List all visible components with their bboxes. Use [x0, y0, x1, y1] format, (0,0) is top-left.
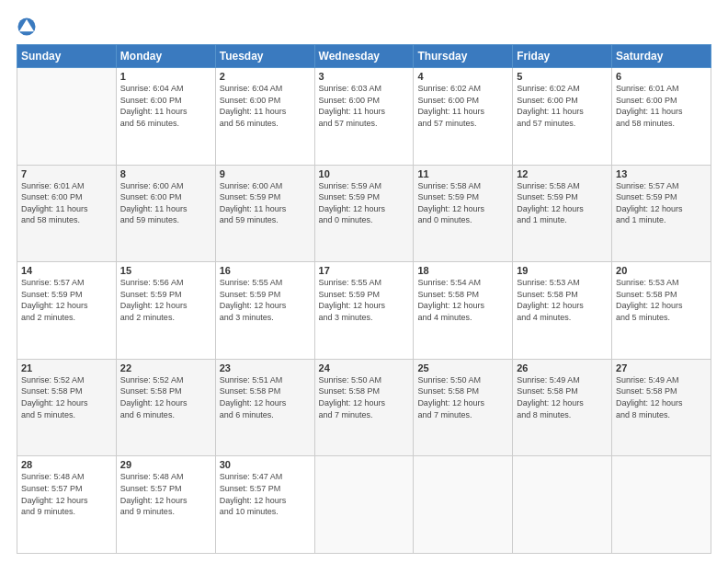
day-number: 23 [220, 362, 311, 373]
day-info: Sunrise: 5:55 AM Sunset: 5:59 PM Dayligh… [220, 277, 311, 323]
calendar-cell: 24Sunrise: 5:50 AM Sunset: 5:58 PM Dayli… [314, 359, 414, 456]
day-info: Sunrise: 5:53 AM Sunset: 5:58 PM Dayligh… [616, 277, 707, 323]
day-number: 24 [319, 362, 410, 373]
day-number: 20 [616, 265, 707, 276]
calendar-week-row: 7Sunrise: 6:01 AM Sunset: 6:00 PM Daylig… [17, 165, 711, 262]
calendar-cell: 29Sunrise: 5:48 AM Sunset: 5:57 PM Dayli… [116, 456, 215, 554]
calendar-weekday-friday: Friday [513, 45, 612, 68]
calendar-table: SundayMondayTuesdayWednesdayThursdayFrid… [17, 44, 711, 554]
calendar-cell: 18Sunrise: 5:54 AM Sunset: 5:58 PM Dayli… [414, 262, 513, 360]
calendar-cell: 20Sunrise: 5:53 AM Sunset: 5:58 PM Dayli… [612, 262, 711, 360]
day-number: 11 [417, 168, 508, 179]
day-number: 22 [120, 362, 211, 373]
day-info: Sunrise: 5:48 AM Sunset: 5:57 PM Dayligh… [120, 471, 211, 517]
calendar-cell: 21Sunrise: 5:52 AM Sunset: 5:58 PM Dayli… [17, 359, 117, 456]
calendar-cell: 13Sunrise: 5:57 AM Sunset: 5:59 PM Dayli… [612, 165, 711, 262]
calendar-cell: 11Sunrise: 5:58 AM Sunset: 5:59 PM Dayli… [414, 165, 513, 262]
day-number: 9 [220, 168, 311, 179]
day-number: 17 [319, 265, 410, 276]
calendar-week-row: 14Sunrise: 5:57 AM Sunset: 5:59 PM Dayli… [17, 262, 711, 360]
calendar-cell: 14Sunrise: 5:57 AM Sunset: 5:59 PM Dayli… [17, 262, 117, 360]
day-info: Sunrise: 5:58 AM Sunset: 5:59 PM Dayligh… [417, 180, 508, 226]
calendar-week-row: 21Sunrise: 5:52 AM Sunset: 5:58 PM Dayli… [17, 359, 711, 456]
day-number: 30 [220, 459, 311, 470]
day-info: Sunrise: 5:49 AM Sunset: 5:58 PM Dayligh… [517, 374, 608, 420]
logo-icon [17, 17, 37, 37]
calendar-week-row: 28Sunrise: 5:48 AM Sunset: 5:57 PM Dayli… [17, 456, 711, 554]
day-number: 12 [517, 168, 608, 179]
day-info: Sunrise: 6:00 AM Sunset: 6:00 PM Dayligh… [120, 180, 211, 226]
day-info: Sunrise: 6:01 AM Sunset: 6:00 PM Dayligh… [21, 180, 112, 226]
day-number: 1 [120, 71, 211, 82]
calendar-cell [513, 456, 612, 554]
calendar-cell: 28Sunrise: 5:48 AM Sunset: 5:57 PM Dayli… [17, 456, 117, 554]
day-number: 29 [120, 459, 211, 470]
day-number: 3 [319, 71, 410, 82]
day-info: Sunrise: 5:54 AM Sunset: 5:58 PM Dayligh… [417, 277, 508, 323]
day-info: Sunrise: 5:52 AM Sunset: 5:58 PM Dayligh… [120, 374, 211, 420]
day-number: 14 [21, 265, 112, 276]
day-info: Sunrise: 5:53 AM Sunset: 5:58 PM Dayligh… [517, 277, 608, 323]
day-info: Sunrise: 6:01 AM Sunset: 6:00 PM Dayligh… [616, 83, 707, 129]
day-number: 6 [616, 71, 707, 82]
day-number: 16 [220, 265, 311, 276]
day-number: 15 [120, 265, 211, 276]
day-number: 13 [616, 168, 707, 179]
calendar-weekday-thursday: Thursday [414, 45, 513, 68]
calendar-cell [612, 456, 711, 554]
day-number: 21 [21, 362, 112, 373]
calendar-cell: 9Sunrise: 6:00 AM Sunset: 5:59 PM Daylig… [215, 165, 314, 262]
day-number: 7 [21, 168, 112, 179]
day-number: 28 [21, 459, 112, 470]
day-number: 25 [417, 362, 508, 373]
calendar-week-row: 1Sunrise: 6:04 AM Sunset: 6:00 PM Daylig… [17, 68, 711, 166]
calendar-cell [414, 456, 513, 554]
calendar-cell: 17Sunrise: 5:55 AM Sunset: 5:59 PM Dayli… [314, 262, 414, 360]
day-info: Sunrise: 5:59 AM Sunset: 5:59 PM Dayligh… [319, 180, 410, 226]
day-info: Sunrise: 5:47 AM Sunset: 5:57 PM Dayligh… [220, 471, 311, 517]
calendar-cell: 6Sunrise: 6:01 AM Sunset: 6:00 PM Daylig… [612, 68, 711, 166]
day-info: Sunrise: 5:52 AM Sunset: 5:58 PM Dayligh… [21, 374, 112, 420]
calendar-cell: 5Sunrise: 6:02 AM Sunset: 6:00 PM Daylig… [513, 68, 612, 166]
calendar-cell: 26Sunrise: 5:49 AM Sunset: 5:58 PM Dayli… [513, 359, 612, 456]
calendar-weekday-wednesday: Wednesday [314, 45, 414, 68]
day-info: Sunrise: 5:57 AM Sunset: 5:59 PM Dayligh… [616, 180, 707, 226]
day-info: Sunrise: 5:55 AM Sunset: 5:59 PM Dayligh… [319, 277, 410, 323]
day-info: Sunrise: 6:04 AM Sunset: 6:00 PM Dayligh… [120, 83, 211, 129]
day-number: 19 [517, 265, 608, 276]
day-number: 4 [417, 71, 508, 82]
calendar-cell: 23Sunrise: 5:51 AM Sunset: 5:58 PM Dayli… [215, 359, 314, 456]
calendar-cell: 2Sunrise: 6:04 AM Sunset: 6:00 PM Daylig… [215, 68, 314, 166]
calendar-cell: 19Sunrise: 5:53 AM Sunset: 5:58 PM Dayli… [513, 262, 612, 360]
calendar-cell: 27Sunrise: 5:49 AM Sunset: 5:58 PM Dayli… [612, 359, 711, 456]
day-info: Sunrise: 5:48 AM Sunset: 5:57 PM Dayligh… [21, 471, 112, 517]
page: SundayMondayTuesdayWednesdayThursdayFrid… [0, 0, 728, 563]
calendar-cell: 1Sunrise: 6:04 AM Sunset: 6:00 PM Daylig… [116, 68, 215, 166]
logo [17, 17, 40, 37]
day-info: Sunrise: 6:03 AM Sunset: 6:00 PM Dayligh… [319, 83, 410, 129]
calendar-weekday-tuesday: Tuesday [215, 45, 314, 68]
calendar-cell: 4Sunrise: 6:02 AM Sunset: 6:00 PM Daylig… [414, 68, 513, 166]
day-number: 18 [417, 265, 508, 276]
calendar-cell [17, 68, 117, 166]
calendar-cell: 7Sunrise: 6:01 AM Sunset: 6:00 PM Daylig… [17, 165, 117, 262]
calendar-cell: 25Sunrise: 5:50 AM Sunset: 5:58 PM Dayli… [414, 359, 513, 456]
day-number: 8 [120, 168, 211, 179]
calendar-cell: 10Sunrise: 5:59 AM Sunset: 5:59 PM Dayli… [314, 165, 414, 262]
day-info: Sunrise: 5:56 AM Sunset: 5:59 PM Dayligh… [120, 277, 211, 323]
day-info: Sunrise: 6:02 AM Sunset: 6:00 PM Dayligh… [517, 83, 608, 129]
day-number: 10 [319, 168, 410, 179]
calendar-weekday-monday: Monday [116, 45, 215, 68]
day-info: Sunrise: 6:00 AM Sunset: 5:59 PM Dayligh… [220, 180, 311, 226]
calendar-cell: 30Sunrise: 5:47 AM Sunset: 5:57 PM Dayli… [215, 456, 314, 554]
calendar-cell: 3Sunrise: 6:03 AM Sunset: 6:00 PM Daylig… [314, 68, 414, 166]
calendar-weekday-saturday: Saturday [612, 45, 711, 68]
day-number: 26 [517, 362, 608, 373]
day-info: Sunrise: 5:58 AM Sunset: 5:59 PM Dayligh… [517, 180, 608, 226]
day-info: Sunrise: 5:57 AM Sunset: 5:59 PM Dayligh… [21, 277, 112, 323]
calendar-weekday-sunday: Sunday [17, 45, 117, 68]
calendar-cell: 16Sunrise: 5:55 AM Sunset: 5:59 PM Dayli… [215, 262, 314, 360]
calendar-cell [314, 456, 414, 554]
day-number: 5 [517, 71, 608, 82]
calendar-cell: 15Sunrise: 5:56 AM Sunset: 5:59 PM Dayli… [116, 262, 215, 360]
